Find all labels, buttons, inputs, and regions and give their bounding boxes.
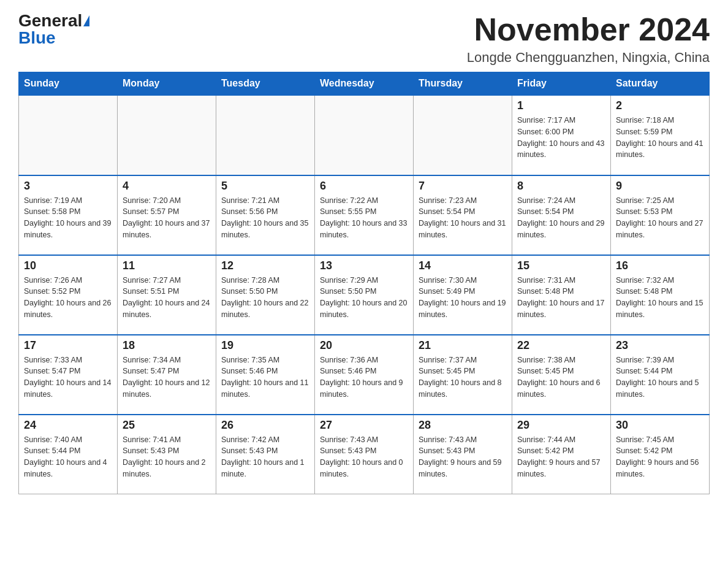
day-info: Sunrise: 7:32 AMSunset: 5:48 PMDaylight:…: [616, 275, 704, 321]
day-info: Sunrise: 7:17 AMSunset: 6:00 PMDaylight:…: [517, 115, 605, 161]
logo-blue-text: Blue: [18, 29, 56, 47]
calendar-cell-w4-d1: 18Sunrise: 7:34 AMSunset: 5:47 PMDayligh…: [118, 335, 216, 415]
day-number: 9: [616, 180, 704, 193]
calendar-cell-w3-d4: 14Sunrise: 7:30 AMSunset: 5:49 PMDayligh…: [414, 255, 512, 335]
day-number: 25: [123, 419, 211, 432]
day-number: 14: [419, 259, 507, 272]
day-number: 18: [123, 339, 211, 352]
week-row-2: 3Sunrise: 7:19 AMSunset: 5:58 PMDaylight…: [19, 175, 710, 255]
day-number: 17: [24, 339, 112, 352]
day-info: Sunrise: 7:23 AMSunset: 5:54 PMDaylight:…: [419, 195, 507, 241]
day-number: 26: [221, 419, 309, 432]
day-number: 19: [221, 339, 309, 352]
day-info: Sunrise: 7:31 AMSunset: 5:48 PMDaylight:…: [517, 275, 605, 321]
day-number: 20: [320, 339, 408, 352]
calendar-cell-w2-d6: 9Sunrise: 7:25 AMSunset: 5:53 PMDaylight…: [611, 175, 710, 255]
calendar-cell-w3-d3: 13Sunrise: 7:29 AMSunset: 5:50 PMDayligh…: [315, 255, 414, 335]
calendar-cell-w2-d3: 6Sunrise: 7:22 AMSunset: 5:55 PMDaylight…: [315, 175, 414, 255]
day-info: Sunrise: 7:25 AMSunset: 5:53 PMDaylight:…: [616, 195, 704, 241]
calendar-cell-w4-d4: 21Sunrise: 7:37 AMSunset: 5:45 PMDayligh…: [414, 335, 512, 415]
calendar-cell-w5-d0: 24Sunrise: 7:40 AMSunset: 5:44 PMDayligh…: [19, 415, 118, 494]
day-info: Sunrise: 7:29 AMSunset: 5:50 PMDaylight:…: [320, 275, 408, 321]
calendar-cell-w3-d2: 12Sunrise: 7:28 AMSunset: 5:50 PMDayligh…: [216, 255, 315, 335]
calendar-cell-w4-d3: 20Sunrise: 7:36 AMSunset: 5:46 PMDayligh…: [315, 335, 414, 415]
day-info: Sunrise: 7:30 AMSunset: 5:49 PMDaylight:…: [419, 275, 507, 321]
calendar-cell-w1-d1: [118, 96, 216, 175]
day-number: 11: [123, 259, 211, 272]
calendar-cell-w5-d3: 27Sunrise: 7:43 AMSunset: 5:43 PMDayligh…: [315, 415, 414, 494]
logo-triangle-icon: [83, 15, 89, 26]
day-info: Sunrise: 7:21 AMSunset: 5:56 PMDaylight:…: [221, 195, 309, 241]
day-info: Sunrise: 7:44 AMSunset: 5:42 PMDaylight:…: [517, 434, 605, 480]
header-saturday: Saturday: [611, 72, 710, 96]
calendar-cell-w4-d6: 23Sunrise: 7:39 AMSunset: 5:44 PMDayligh…: [611, 335, 710, 415]
day-number: 7: [419, 180, 507, 193]
calendar-cell-w2-d0: 3Sunrise: 7:19 AMSunset: 5:58 PMDaylight…: [19, 175, 118, 255]
month-title: November 2024: [467, 12, 710, 47]
calendar-cell-w1-d2: [216, 96, 315, 175]
calendar-table: Sunday Monday Tuesday Wednesday Thursday…: [18, 72, 710, 494]
day-info: Sunrise: 7:24 AMSunset: 5:54 PMDaylight:…: [517, 195, 605, 241]
day-number: 10: [24, 259, 112, 272]
weekday-header-row: Sunday Monday Tuesday Wednesday Thursday…: [19, 72, 710, 96]
day-info: Sunrise: 7:18 AMSunset: 5:59 PMDaylight:…: [616, 115, 704, 161]
week-row-3: 10Sunrise: 7:26 AMSunset: 5:52 PMDayligh…: [19, 255, 710, 335]
calendar-cell-w4-d0: 17Sunrise: 7:33 AMSunset: 5:47 PMDayligh…: [19, 335, 118, 415]
calendar-cell-w1-d4: [414, 96, 512, 175]
day-number: 24: [24, 419, 112, 432]
day-info: Sunrise: 7:20 AMSunset: 5:57 PMDaylight:…: [123, 195, 211, 241]
calendar-cell-w5-d6: 30Sunrise: 7:45 AMSunset: 5:42 PMDayligh…: [611, 415, 710, 494]
day-info: Sunrise: 7:43 AMSunset: 5:43 PMDaylight:…: [419, 434, 507, 480]
day-number: 28: [419, 419, 507, 432]
calendar-cell-w3-d6: 16Sunrise: 7:32 AMSunset: 5:48 PMDayligh…: [611, 255, 710, 335]
week-row-5: 24Sunrise: 7:40 AMSunset: 5:44 PMDayligh…: [19, 415, 710, 494]
day-info: Sunrise: 7:38 AMSunset: 5:45 PMDaylight:…: [517, 354, 605, 400]
day-info: Sunrise: 7:37 AMSunset: 5:45 PMDaylight:…: [419, 354, 507, 400]
day-number: 15: [517, 259, 605, 272]
calendar-cell-w1-d0: [19, 96, 118, 175]
page-header: General Blue November 2024 Longde Chengg…: [18, 12, 710, 66]
calendar-cell-w2-d5: 8Sunrise: 7:24 AMSunset: 5:54 PMDaylight…: [512, 175, 611, 255]
day-info: Sunrise: 7:22 AMSunset: 5:55 PMDaylight:…: [320, 195, 408, 241]
calendar-cell-w2-d1: 4Sunrise: 7:20 AMSunset: 5:57 PMDaylight…: [118, 175, 216, 255]
logo: General Blue: [18, 12, 89, 47]
calendar-cell-w3-d1: 11Sunrise: 7:27 AMSunset: 5:51 PMDayligh…: [118, 255, 216, 335]
calendar-cell-w5-d1: 25Sunrise: 7:41 AMSunset: 5:43 PMDayligh…: [118, 415, 216, 494]
week-row-1: 1Sunrise: 7:17 AMSunset: 6:00 PMDaylight…: [19, 96, 710, 175]
day-info: Sunrise: 7:40 AMSunset: 5:44 PMDaylight:…: [24, 434, 112, 480]
calendar-cell-w3-d0: 10Sunrise: 7:26 AMSunset: 5:52 PMDayligh…: [19, 255, 118, 335]
header-friday: Friday: [512, 72, 611, 96]
day-number: 23: [616, 339, 704, 352]
calendar-cell-w2-d4: 7Sunrise: 7:23 AMSunset: 5:54 PMDaylight…: [414, 175, 512, 255]
calendar-cell-w2-d2: 5Sunrise: 7:21 AMSunset: 5:56 PMDaylight…: [216, 175, 315, 255]
calendar-cell-w4-d5: 22Sunrise: 7:38 AMSunset: 5:45 PMDayligh…: [512, 335, 611, 415]
day-number: 22: [517, 339, 605, 352]
calendar-cell-w1-d6: 2Sunrise: 7:18 AMSunset: 5:59 PMDaylight…: [611, 96, 710, 175]
day-info: Sunrise: 7:35 AMSunset: 5:46 PMDaylight:…: [221, 354, 309, 400]
week-row-4: 17Sunrise: 7:33 AMSunset: 5:47 PMDayligh…: [19, 335, 710, 415]
day-info: Sunrise: 7:41 AMSunset: 5:43 PMDaylight:…: [123, 434, 211, 480]
day-info: Sunrise: 7:39 AMSunset: 5:44 PMDaylight:…: [616, 354, 704, 400]
day-number: 1: [517, 99, 605, 112]
day-number: 29: [517, 419, 605, 432]
day-info: Sunrise: 7:26 AMSunset: 5:52 PMDaylight:…: [24, 275, 112, 321]
header-tuesday: Tuesday: [216, 72, 315, 96]
day-number: 30: [616, 419, 704, 432]
day-info: Sunrise: 7:28 AMSunset: 5:50 PMDaylight:…: [221, 275, 309, 321]
day-number: 3: [24, 180, 112, 193]
day-info: Sunrise: 7:33 AMSunset: 5:47 PMDaylight:…: [24, 354, 112, 400]
day-number: 2: [616, 99, 704, 112]
calendar-cell-w3-d5: 15Sunrise: 7:31 AMSunset: 5:48 PMDayligh…: [512, 255, 611, 335]
day-info: Sunrise: 7:36 AMSunset: 5:46 PMDaylight:…: [320, 354, 408, 400]
day-info: Sunrise: 7:42 AMSunset: 5:43 PMDaylight:…: [221, 434, 309, 480]
day-info: Sunrise: 7:43 AMSunset: 5:43 PMDaylight:…: [320, 434, 408, 480]
header-wednesday: Wednesday: [315, 72, 414, 96]
day-number: 4: [123, 180, 211, 193]
header-thursday: Thursday: [414, 72, 512, 96]
calendar-cell-w5-d4: 28Sunrise: 7:43 AMSunset: 5:43 PMDayligh…: [414, 415, 512, 494]
day-number: 6: [320, 180, 408, 193]
calendar-cell-w1-d5: 1Sunrise: 7:17 AMSunset: 6:00 PMDaylight…: [512, 96, 611, 175]
day-info: Sunrise: 7:19 AMSunset: 5:58 PMDaylight:…: [24, 195, 112, 241]
day-number: 27: [320, 419, 408, 432]
header-sunday: Sunday: [19, 72, 118, 96]
